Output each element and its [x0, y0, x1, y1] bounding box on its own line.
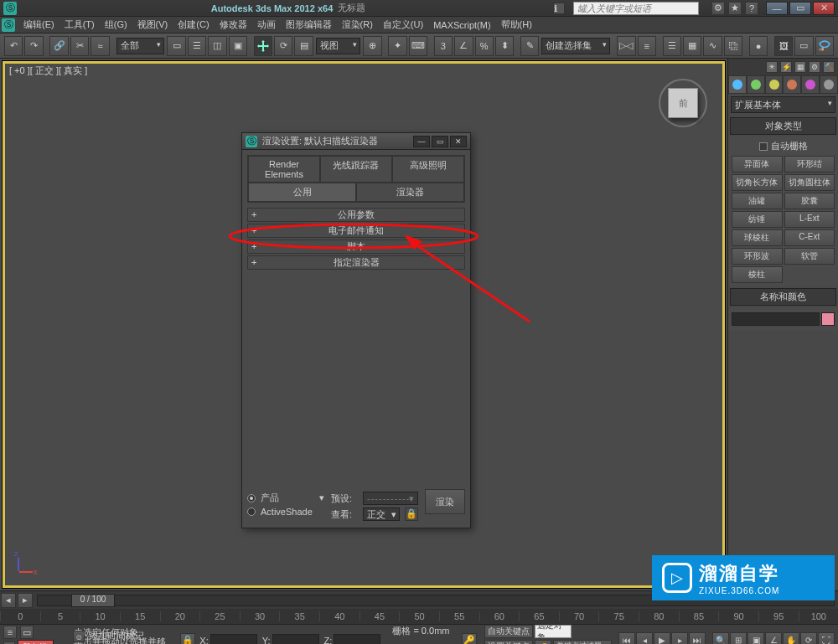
y-field[interactable] [272, 634, 319, 645]
setkey-key-button[interactable]: 🔑 [535, 640, 551, 645]
hammer-icon[interactable]: 🔨 [823, 61, 835, 73]
star-icon[interactable]: ★ [728, 2, 742, 15]
primitive-button-2[interactable]: 切角长方体 [732, 174, 783, 191]
zoom-button[interactable]: 🔍 [712, 632, 729, 645]
radio-activeshade[interactable] [247, 507, 256, 516]
menu-create[interactable]: 创建(C) [173, 17, 214, 33]
layers-button[interactable]: ☰ [663, 36, 681, 56]
schematic-button[interactable]: ⿻ [724, 36, 742, 56]
goto-start-button[interactable]: ⏮ [618, 632, 635, 645]
gear-icon[interactable]: ⚙ [809, 61, 820, 73]
orbit-button[interactable]: ⟳ [800, 632, 817, 645]
fov-button[interactable]: ∠ [765, 632, 782, 645]
render-button-dialog[interactable]: 渲染 [425, 489, 465, 514]
create-tab[interactable] [728, 75, 747, 94]
primitive-button-3[interactable]: 切角圆柱体 [784, 174, 835, 191]
help-icon[interactable]: ? [745, 2, 758, 15]
x-field[interactable] [210, 634, 257, 645]
redo-button[interactable]: ↷ [24, 36, 43, 56]
selection-filter-dropdown[interactable]: 全部 [116, 38, 164, 54]
dialog-close-button[interactable]: ✕ [450, 136, 467, 147]
window-minimize-button[interactable]: — [766, 2, 788, 15]
now-line-button[interactable]: 所在行: [18, 640, 54, 644]
comm-icon[interactable]: ⚙ [711, 2, 725, 15]
graphite-button[interactable]: ▦ [683, 36, 701, 56]
autogrid-checkbox-row[interactable]: 自动栅格 [730, 138, 836, 154]
snap-toggle-button[interactable]: 3 [434, 36, 453, 56]
dialog-titlebar[interactable]: Ⓢ 渲染设置: 默认扫描线渲染器 — ▭ ✕ [242, 133, 470, 150]
keyboard-shortcut-button[interactable]: ⌨ [409, 36, 427, 56]
pan-button[interactable]: ✋ [783, 632, 799, 645]
link-button[interactable]: 🔗 [49, 36, 68, 56]
rotate-button[interactable]: ⟳ [274, 36, 292, 56]
radio-production[interactable] [247, 494, 256, 502]
z-field[interactable] [334, 634, 380, 645]
menu-maxscript[interactable]: MAXScript(M) [428, 18, 495, 32]
rollout-object-type[interactable]: 对象类型 [730, 117, 836, 135]
window-close-button[interactable]: ✕ [813, 2, 835, 15]
prev-frame-button[interactable]: ◂ [636, 632, 653, 645]
percent-snap-button[interactable]: % [475, 36, 494, 56]
select-region-button[interactable]: ◫ [208, 36, 226, 56]
view-lock-button[interactable]: 🔒 [405, 507, 418, 521]
render-setup-button[interactable]: 🖼 [774, 36, 793, 56]
primitive-button-5[interactable]: 胶囊 [784, 193, 835, 209]
script-mini-button[interactable]: ≡ [3, 626, 17, 639]
unlink-button[interactable]: ✂ [70, 36, 89, 56]
info-icon[interactable]: ℹ [553, 3, 565, 14]
primitive-button-1[interactable]: 环形结 [784, 156, 835, 173]
undo-button[interactable]: ↶ [4, 36, 23, 56]
utilities-tab[interactable] [820, 75, 838, 94]
autogrid-checkbox[interactable] [759, 142, 768, 151]
edit-named-sel-button[interactable]: ✎ [520, 36, 539, 56]
pivot-button[interactable]: ⊕ [363, 36, 381, 56]
lock-selection-button[interactable]: 🔒 [180, 633, 195, 645]
primitive-button-8[interactable]: 球棱柱 [732, 229, 783, 246]
menu-view[interactable]: 视图(V) [132, 17, 173, 33]
isolate-icon[interactable]: 🔑 [462, 633, 477, 645]
scale-button[interactable]: ▤ [294, 36, 313, 56]
material-editor-button[interactable]: ● [749, 36, 768, 56]
primitive-button-11[interactable]: 软管 [784, 248, 835, 265]
menu-customize[interactable]: 自定义(U) [378, 17, 428, 33]
goto-end-button[interactable]: ⏭ [689, 632, 706, 645]
time-config-arrow[interactable]: ◂ [1, 593, 16, 608]
dialog-maximize-button[interactable]: ▭ [432, 136, 448, 147]
window-crossing-button[interactable]: ▣ [229, 36, 247, 56]
menu-modifiers[interactable]: 修改器 [215, 17, 252, 33]
menu-group[interactable]: 组(G) [100, 17, 132, 33]
primitive-button-9[interactable]: C-Ext [784, 229, 835, 246]
select-button[interactable]: ▭ [167, 36, 185, 56]
view-dropdown[interactable]: 正交 [363, 507, 400, 521]
primitive-button-0[interactable]: 异面体 [732, 156, 783, 173]
track-bar[interactable]: 0510152025303540455055606570758085909510… [0, 609, 838, 624]
autokey-button[interactable]: 自动关键点 [484, 625, 533, 638]
viewcube[interactable]: 前 [658, 78, 708, 128]
rollout-common-params[interactable]: 公用参数 [247, 208, 465, 222]
window-maximize-button[interactable]: ▭ [789, 2, 811, 15]
modify-tab[interactable] [747, 75, 765, 94]
curve-editor-button[interactable]: ∿ [703, 36, 722, 56]
dialog-minimize-button[interactable]: — [413, 136, 430, 147]
rollout-email[interactable]: 电子邮件通知 [247, 224, 465, 238]
help-search-input[interactable]: 罐入关键字或短语 [573, 2, 699, 15]
flash-icon[interactable]: ⚡ [780, 61, 792, 73]
tab-render-elements[interactable]: Render Elements [248, 156, 320, 183]
next-frame-button[interactable]: ▸ [671, 632, 688, 645]
listener-mini-button[interactable]: ▭ [20, 626, 34, 639]
menu-grapheditors[interactable]: 图形编辑器 [281, 17, 337, 33]
refcoord-dropdown[interactable]: 视图 [316, 38, 360, 54]
time-thumb[interactable]: 0 / 100 [71, 594, 115, 607]
viewcube-face[interactable]: 前 [668, 88, 698, 118]
move-button[interactable] [254, 36, 272, 56]
play-button[interactable]: ▶ [654, 632, 670, 645]
zoom-extents-button[interactable]: ▣ [747, 632, 764, 645]
rollout-assign-renderer[interactable]: 指定渲染器 [247, 255, 465, 270]
grid-icon[interactable]: ▦ [794, 61, 806, 73]
menu-edit[interactable]: 编辑(E) [18, 17, 59, 33]
object-category-dropdown[interactable]: 扩展基本体 [731, 96, 835, 113]
motion-tab[interactable] [783, 75, 801, 94]
viewport-label[interactable]: [ +0 ][ 正交 ][ 真实 ] [9, 64, 87, 77]
key-selection-set[interactable]: 选定对象 [535, 625, 572, 638]
primitive-button-12[interactable]: 棱柱 [732, 266, 783, 283]
